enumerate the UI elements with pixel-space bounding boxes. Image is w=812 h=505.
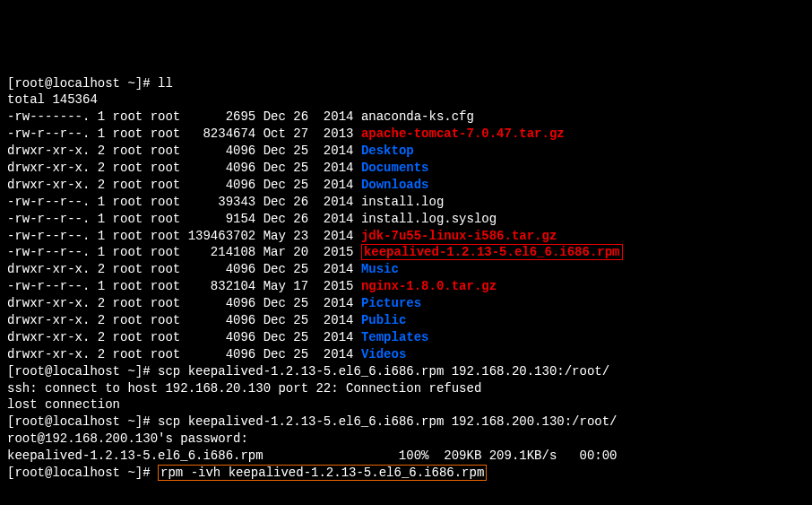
command: scp keepalived-1.2.13-5.el6_6.i686.rpm 1…	[158, 414, 617, 429]
file-name: nginx-1.8.0.tar.gz	[361, 279, 497, 293]
terminal-output[interactable]: [root@localhost ~]# lltotal 145364-rw---…	[7, 75, 805, 482]
shell-prompt: [root@localhost ~]#	[7, 414, 158, 429]
terminal-line: ssh: connect to host 192.168.20.130 port…	[7, 380, 805, 397]
terminal-line: drwxr-xr-x. 2 root root 4096 Dec 25 2014…	[7, 261, 805, 278]
terminal-line: -rw-r--r--. 1 root root 39343 Dec 26 201…	[7, 194, 805, 211]
terminal-line: drwxr-xr-x. 2 root root 4096 Dec 25 2014…	[7, 143, 805, 160]
terminal-line: drwxr-xr-x. 2 root root 4096 Dec 25 2014…	[7, 160, 805, 177]
command: scp keepalived-1.2.13-5.el6_6.i686.rpm 1…	[158, 364, 609, 379]
terminal-line: [root@localhost ~]# ll	[7, 75, 805, 92]
file-name: install.log.syslog	[361, 212, 497, 226]
file-name: Public	[361, 313, 406, 327]
shell-prompt: [root@localhost ~]#	[7, 364, 158, 379]
terminal-line: -rw-r--r--. 1 root root 832104 May 17 20…	[7, 278, 805, 295]
terminal-line: drwxr-xr-x. 2 root root 4096 Dec 25 2014…	[7, 177, 805, 194]
highlighted-command: rpm -ivh keepalived-1.2.13-5.el6_6.i686.…	[158, 465, 487, 481]
file-name: Downloads	[361, 178, 429, 192]
file-name: anaconda-ks.cfg	[361, 109, 474, 124]
shell-prompt: [root@localhost ~]#	[7, 466, 158, 480]
terminal-line: -rw-r--r--. 1 root root 139463702 May 23…	[7, 228, 805, 245]
file-name: Music	[361, 262, 399, 276]
terminal-line: -rw-------. 1 root root 2695 Dec 26 2014…	[7, 109, 805, 126]
terminal-line: [root@localhost ~]# scp keepalived-1.2.1…	[7, 414, 805, 431]
terminal-line: drwxr-xr-x. 2 root root 4096 Dec 25 2014…	[7, 295, 805, 312]
file-name: Documents	[361, 161, 429, 175]
file-name: install.log	[361, 195, 444, 209]
terminal-line: total 145364	[7, 91, 805, 109]
file-name: Desktop	[361, 144, 414, 158]
file-name: apache-tomcat-7.0.47.tar.gz	[361, 126, 565, 141]
file-name: Pictures	[361, 296, 421, 310]
terminal-line: keepalived-1.2.13-5.el6_6.i686.rpm 100% …	[7, 448, 805, 465]
terminal-line: drwxr-xr-x. 2 root root 4096 Dec 25 2014…	[7, 312, 805, 329]
file-name: Templates	[361, 330, 429, 344]
terminal-line: root@192.168.200.130's password:	[7, 431, 805, 448]
file-name: Videos	[361, 347, 406, 361]
terminal-line: lost connection	[7, 396, 805, 414]
file-name: jdk-7u55-linux-i586.tar.gz	[361, 229, 557, 243]
terminal-line: drwxr-xr-x. 2 root root 4096 Dec 25 2014…	[7, 329, 805, 346]
terminal-line: -rw-r--r--. 1 root root 9154 Dec 26 2014…	[7, 211, 805, 228]
command: ll	[158, 76, 173, 91]
highlighted-file: keepalived-1.2.13-5.el6_6.i686.rpm	[361, 244, 623, 260]
file-name: keepalived-1.2.13-5.el6_6.i686.rpm	[364, 245, 620, 259]
shell-prompt: [root@localhost ~]#	[7, 76, 158, 91]
watermark: 开发者 DevZe.CoM	[708, 476, 796, 505]
terminal-line: [root@localhost ~]# rpm -ivh keepalived-…	[7, 465, 805, 482]
terminal-line: drwxr-xr-x. 2 root root 4096 Dec 25 2014…	[7, 346, 805, 363]
terminal-line: -rw-r--r--. 1 root root 214108 Mar 20 20…	[7, 244, 805, 261]
terminal-line: [root@localhost ~]# scp keepalived-1.2.1…	[7, 363, 805, 380]
terminal-line: -rw-r--r--. 1 root root 8234674 Oct 27 2…	[7, 126, 805, 143]
